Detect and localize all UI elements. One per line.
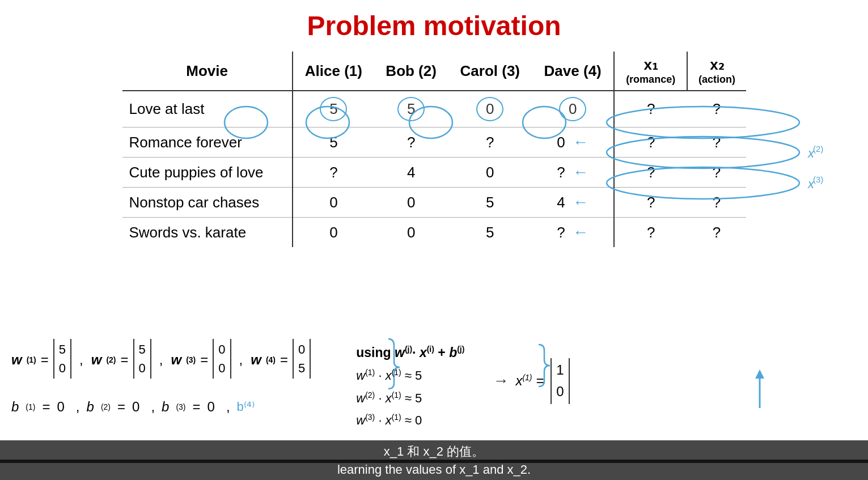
table-row: Swords vs. karate 0 0 5 ? ← ? ? — [122, 218, 746, 248]
rating-alice-2: 5 — [293, 128, 374, 158]
rating-carol-4: 5 — [448, 188, 532, 218]
table-row: Romance forever 5 ? ? 0 ← ? ? — [122, 128, 746, 158]
rating-dave-3: ? ← — [532, 158, 613, 188]
x1-val-2: ? — [614, 128, 687, 158]
circled-value: 0 — [476, 97, 503, 121]
subtitle-english: learning the values of x_1 and x_2. — [0, 460, 868, 480]
col-header-carol: Carol (3) — [448, 52, 532, 91]
table-row: Nonstop car chases 0 0 5 4 ← ? ? — [122, 188, 746, 218]
w1-matrix: 5 0 — [53, 339, 71, 379]
svg-text:(3): (3) — [813, 175, 823, 184]
x1-result-matrix: 1 0 — [551, 358, 569, 404]
x1-val-3: ? — [614, 158, 687, 188]
x2-val-3: ? — [687, 158, 746, 188]
rating-carol-2: ? — [448, 128, 532, 158]
rating-alice-1: 5 — [293, 91, 374, 128]
movie-title-1: Love at last — [122, 91, 293, 128]
rating-bob-2: ? — [374, 128, 448, 158]
rating-alice-5: 0 — [293, 218, 374, 248]
circled-value: 5 — [320, 97, 347, 121]
arrow-right: → — [493, 372, 509, 390]
circled-value: 0 — [559, 97, 586, 121]
rating-bob-4: 0 — [374, 188, 448, 218]
using-formula: using w(j)· x(i) + b(j) — [356, 341, 464, 364]
rating-alice-4: 0 — [293, 188, 374, 218]
svg-text:x: x — [807, 146, 815, 160]
rating-carol-5: 5 — [448, 218, 532, 248]
col-header-dave: Dave (4) — [532, 52, 613, 91]
ratings-table: Movie Alice (1) Bob (2) Carol (3) Dave (… — [122, 52, 746, 247]
rating-bob-5: 0 — [374, 218, 448, 248]
comma-1: , — [79, 352, 83, 368]
x1-val-4: ? — [614, 188, 687, 218]
w3-label: w — [171, 352, 181, 368]
table-row: Love at last 5 5 0 0 ? ? — [122, 91, 746, 128]
x1-result-label: x(1) = — [515, 373, 544, 389]
main-table-container: Movie Alice (1) Bob (2) Carol (3) Dave (… — [122, 52, 746, 247]
x1-val-5: ? — [614, 218, 687, 248]
svg-text:(2): (2) — [813, 144, 823, 154]
bottom-math-section: w(1) = 5 0 , w(2) = 5 0 , w(3) = 0 0 , w… — [11, 341, 857, 432]
arrow-icon: ← — [573, 223, 588, 241]
result-section: → x(1) = 1 0 — [493, 358, 569, 404]
x2-val-5: ? — [687, 218, 746, 248]
svg-text:x: x — [807, 177, 815, 191]
rating-bob-1: 5 — [374, 91, 448, 128]
x2-val-4: ? — [687, 188, 746, 218]
circled-value: 5 — [397, 97, 425, 121]
w4-label: w — [251, 352, 261, 368]
arrow-icon: ← — [573, 163, 588, 181]
movie-title-2: Romance forever — [122, 128, 293, 158]
right-equations: using w(j)· x(i) + b(j) w(1) · x(1) ≈ 5 … — [356, 341, 464, 432]
b-values-row: b(1) = 0 , b(2) = 0 , b(3) = 0 , b⁽⁴⁾ — [11, 399, 255, 415]
w4-matrix: 0 5 — [293, 339, 311, 379]
eq2: w(2) · x(1) ≈ 5 — [356, 387, 464, 410]
w3-matrix: 0 0 — [213, 339, 231, 379]
w1-label: w — [11, 352, 22, 368]
x1-val-1: ? — [614, 91, 687, 128]
w2-label: w — [91, 352, 102, 368]
eq1: w(1) · x(1) ≈ 5 — [356, 364, 464, 387]
rating-alice-3: ? — [293, 158, 374, 188]
placeholder-b4: b⁽⁴⁾ — [237, 400, 255, 414]
rating-dave-1: 0 — [532, 91, 613, 128]
x2-val-1: ? — [687, 91, 746, 128]
col-header-alice: Alice (1) — [293, 52, 374, 91]
rating-dave-2: 0 ← — [532, 128, 613, 158]
x2-val-2: ? — [687, 128, 746, 158]
arrow-icon: ← — [573, 193, 588, 211]
arrow-icon: ← — [573, 133, 588, 151]
table-row: Cute puppies of love ? 4 0 ? ← ? ? — [122, 158, 746, 188]
rating-bob-3: 4 — [374, 158, 448, 188]
col-header-movie: Movie — [122, 52, 293, 91]
movie-title-5: Swords vs. karate — [122, 218, 293, 248]
page-title: Problem motivation — [0, 0, 868, 52]
col-header-x1: x₁ (romance) — [614, 52, 687, 91]
col-header-bob: Bob (2) — [374, 52, 448, 91]
w2-matrix: 5 0 — [133, 339, 151, 379]
rating-carol-3: 0 — [448, 158, 532, 188]
eq3: w(3) · x(1) ≈ 0 — [356, 409, 464, 432]
w-vectors: w(1) = 5 0 , w(2) = 5 0 , w(3) = 0 0 , w… — [11, 341, 311, 379]
rating-dave-4: 4 ← — [532, 188, 613, 218]
col-header-x2: x₂ (action) — [687, 52, 746, 91]
rating-carol-1: 0 — [448, 91, 532, 128]
rating-dave-5: ? ← — [532, 218, 613, 248]
movie-title-3: Cute puppies of love — [122, 158, 293, 188]
equals-1: = — [41, 352, 49, 368]
movie-title-4: Nonstop car chases — [122, 188, 293, 218]
